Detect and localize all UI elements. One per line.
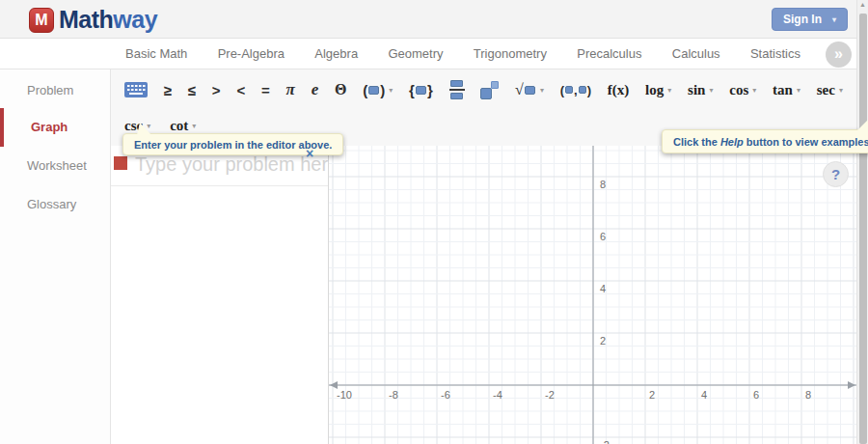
sidebar: Problem Graph Worksheet Glossary (0, 69, 111, 444)
tan-label: tan (773, 82, 793, 98)
sidebar-item-worksheet[interactable]: Worksheet (0, 147, 111, 185)
cot-label: cot (170, 118, 188, 134)
lte-button[interactable]: ≤ (188, 82, 196, 98)
tab-trigonometry[interactable]: Trigonometry (474, 46, 547, 61)
paren-close-glyph: ) (380, 82, 385, 98)
gt-button[interactable]: > (212, 82, 221, 98)
editor-tooltip-text: Enter your problem in the editor above. (134, 139, 332, 151)
tan-button[interactable]: tan▾ (773, 82, 800, 98)
header: M Mathway Sign In ▾ (0, 0, 868, 39)
paren-open-glyph: ( (363, 82, 367, 98)
chevron-down-icon: ▾ (389, 86, 393, 95)
tab-statistics[interactable]: Statistics (750, 46, 800, 61)
help-tooltip: Click the Help button to view examples. (662, 129, 868, 153)
tick-label: 2 (600, 335, 606, 347)
tick-label: 6 (600, 231, 606, 242)
brace-close-glyph: } (427, 82, 433, 98)
keyboard-icon[interactable] (124, 82, 148, 97)
scrollbar-thumb[interactable] (859, 14, 867, 444)
sin-button[interactable]: sin▾ (688, 82, 713, 98)
tooltip-close-icon[interactable]: × (306, 146, 313, 161)
help-button[interactable]: ? (823, 161, 849, 187)
tick-label: -6 (441, 389, 450, 401)
sqrt-template-button[interactable]: √ ▾ (515, 81, 544, 98)
theta-button[interactable]: Θ (335, 81, 346, 98)
chevron-down-icon: ▾ (667, 86, 671, 95)
fx-button[interactable]: f(x) (608, 82, 630, 98)
brace-open-glyph: { (409, 82, 415, 98)
chevron-down-icon: ▾ (709, 86, 713, 95)
help-tip-pre: Click the (673, 136, 720, 148)
mathway-app: M Mathway Sign In ▾ Basic Math Pre-Algeb… (0, 0, 868, 444)
chevron-down-icon: ▾ (797, 86, 800, 95)
placeholder-box-icon (579, 86, 586, 94)
placeholder-box-icon (565, 86, 573, 94)
tick-label: 2 (649, 389, 655, 401)
tick-label: -8 (389, 389, 398, 401)
tab-algebra[interactable]: Algebra (314, 46, 358, 61)
tick-label: 4 (600, 283, 606, 294)
scroll-up-icon[interactable]: ▲ (857, 1, 868, 8)
parentheses-template-button[interactable]: () ▾ (363, 82, 393, 98)
sidebar-item-glossary[interactable]: Glossary (0, 185, 111, 224)
logo-text-way: way (113, 6, 157, 33)
paren-open-glyph: ( (560, 83, 564, 97)
mathway-logo[interactable]: M Mathway (29, 6, 157, 34)
fraction-template-button[interactable] (449, 80, 465, 99)
logo-text-math: Math (59, 6, 113, 33)
tick-label: 8 (805, 389, 811, 401)
tick-label: -2 (545, 389, 555, 401)
help-tooltip-text: Click the Help button to view examples. (673, 136, 868, 148)
chevron-down-icon: ▾ (540, 86, 544, 95)
sidebar-item-problem[interactable]: Problem (0, 71, 111, 110)
more-subjects-button[interactable]: » (826, 42, 852, 68)
sidebar-item-graph[interactable]: Graph (0, 108, 111, 147)
euler-e-button[interactable]: e (312, 80, 319, 99)
exponent-template-button[interactable] (480, 81, 499, 99)
point-template-button[interactable]: (,) (560, 83, 591, 97)
help-tip-em: Help (720, 136, 744, 148)
subject-tabs: Basic Math Pre-Algebra Algebra Geometry … (125, 39, 800, 69)
log-label: log (645, 82, 664, 98)
logo-text: Mathway (59, 6, 157, 34)
equals-button[interactable]: = (261, 82, 270, 98)
fraction-icon (449, 80, 465, 99)
tick-label: -4 (493, 389, 502, 401)
tick-label: -10 (337, 389, 352, 401)
sqrt-glyph: √ (515, 81, 524, 98)
placeholder-box-icon (416, 86, 426, 95)
sign-in-label: Sign In (783, 13, 822, 26)
graph-grid (329, 146, 856, 444)
editor-cursor-icon (114, 156, 127, 170)
exponent-icon (480, 81, 499, 99)
cos-button[interactable]: cos▾ (729, 82, 756, 98)
problem-editor[interactable]: Type your problem here (111, 146, 329, 444)
placeholder-box-icon (368, 86, 379, 95)
log-button[interactable]: log▾ (645, 82, 671, 98)
sin-label: sin (688, 82, 705, 98)
sec-button[interactable]: sec▾ (817, 82, 843, 98)
tab-basic-math[interactable]: Basic Math (125, 46, 187, 61)
toolbar-row-1: ≥ ≤ > < = π e Θ () ▾ {} √ ▾ (111, 73, 856, 106)
tab-calculus[interactable]: Calculus (672, 46, 720, 61)
comma-glyph: , (574, 83, 578, 97)
tab-geometry[interactable]: Geometry (388, 46, 443, 61)
tooltip-tail-icon (137, 123, 151, 135)
pi-button[interactable]: π (286, 80, 295, 99)
graph-canvas[interactable]: -10-8-6-4-224688642-2 (329, 146, 856, 444)
cot-button[interactable]: cot▾ (170, 118, 196, 134)
tooltip-tail-icon (857, 118, 868, 130)
lt-button[interactable]: < (236, 82, 245, 98)
gte-button[interactable]: ≥ (164, 82, 172, 98)
sign-in-button[interactable]: Sign In ▾ (772, 8, 848, 31)
tab-precalculus[interactable]: Precalculus (577, 46, 641, 61)
paren-close-glyph: ) (587, 83, 591, 97)
subject-navbar: Basic Math Pre-Algebra Algebra Geometry … (0, 39, 868, 69)
tab-pre-algebra[interactable]: Pre-Algebra (218, 46, 285, 61)
mathway-logo-icon: M (29, 8, 54, 33)
tick-label: 6 (753, 389, 759, 401)
cos-label: cos (729, 82, 748, 98)
braces-template-button[interactable]: {} (409, 82, 433, 98)
chevron-down-icon: ▾ (192, 122, 196, 130)
chevron-double-right-icon: » (834, 45, 843, 62)
